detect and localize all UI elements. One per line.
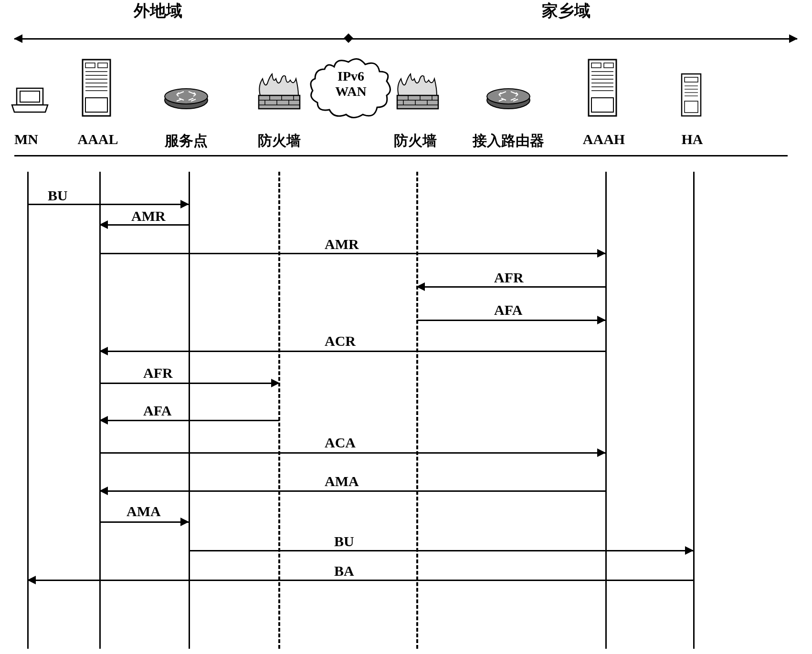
msg-acr — [100, 351, 605, 352]
home-domain-label: 家乡域 — [542, 0, 591, 22]
aaal-label: AAAL — [74, 131, 122, 147]
lifeline-firewall-right — [416, 172, 418, 649]
service-point-label: 服务点 — [158, 131, 215, 151]
msg-ama-1-label: AMA — [325, 473, 359, 489]
msg-ba — [28, 580, 693, 581]
msg-amr-2 — [100, 253, 605, 254]
lifeline-ha — [693, 172, 695, 649]
msg-ba-label: BA — [334, 563, 354, 579]
laptop-icon — [10, 86, 50, 114]
cloud-label-2: WAN — [332, 83, 370, 100]
msg-afr-2 — [100, 383, 279, 384]
msg-amr-1 — [100, 224, 189, 226]
separator-line — [14, 155, 788, 156]
msg-bu-1-label: BU — [48, 187, 68, 204]
msg-bu-2-label: BU — [334, 533, 354, 550]
lifeline-service-point — [189, 172, 190, 649]
msg-ama-2 — [100, 521, 189, 523]
server-small-icon — [678, 72, 704, 119]
aaah-label: AAAH — [578, 131, 630, 147]
msg-aca — [100, 452, 605, 454]
firewall-icon — [253, 72, 306, 114]
msg-afa-2-label: AFA — [143, 403, 171, 419]
lifeline-aaah — [605, 172, 607, 649]
msg-afr-2-label: AFR — [143, 365, 173, 381]
svg-rect-1 — [20, 91, 40, 102]
domain-span-arrow — [14, 38, 797, 40]
access-router-label: 接入路由器 — [470, 131, 547, 151]
router-icon — [162, 86, 210, 112]
msg-afa-1 — [417, 320, 605, 321]
firewall-icon — [391, 72, 444, 114]
msg-ama-1 — [100, 490, 605, 492]
msg-afr-1-label: AFR — [494, 270, 524, 286]
mn-label: MN — [12, 131, 41, 147]
msg-afa-2 — [100, 420, 279, 421]
firewall-left-label: 防火墙 — [251, 131, 308, 151]
msg-bu-2 — [189, 550, 693, 551]
router-icon — [485, 86, 532, 112]
msg-bu-1 — [28, 204, 189, 205]
firewall-right-label: 防火墙 — [387, 131, 444, 151]
lifeline-firewall-left — [278, 172, 280, 649]
msg-amr-2-label: AMR — [325, 236, 359, 252]
msg-ama-2-label: AMA — [127, 503, 161, 519]
msg-aca-label: ACA — [325, 435, 356, 451]
msg-acr-label: ACR — [325, 333, 356, 349]
svg-point-13 — [165, 89, 208, 104]
ha-label: HA — [678, 131, 707, 147]
msg-amr-1-label: AMR — [131, 208, 166, 224]
msg-afa-1-label: AFA — [494, 302, 522, 318]
lifeline-aaal — [99, 172, 101, 649]
svg-point-33 — [487, 89, 530, 104]
foreign-domain-label: 外地域 — [134, 0, 182, 22]
msg-afr-1 — [417, 286, 605, 288]
cloud-label-1: IPv6 — [334, 68, 368, 84]
server-tower-icon — [585, 57, 621, 119]
server-tower-icon — [79, 57, 115, 119]
